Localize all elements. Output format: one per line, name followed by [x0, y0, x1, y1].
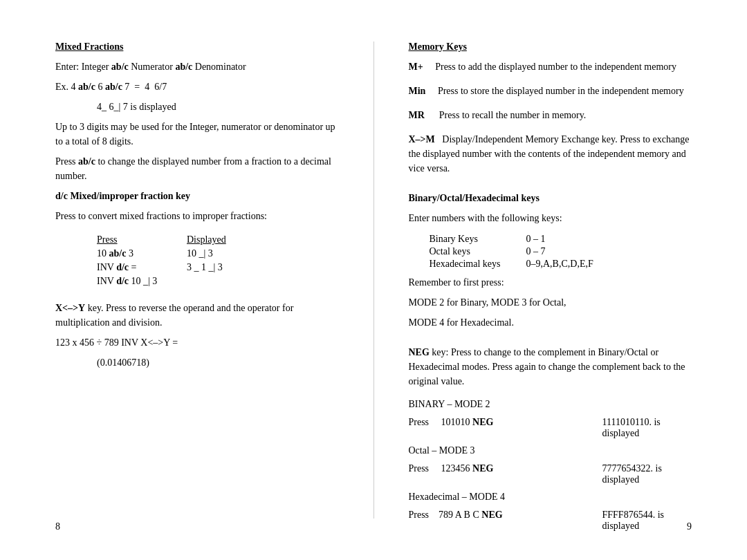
binary-press-col: Press 101010 NEG: [409, 417, 602, 428]
displayed-header: Displayed: [187, 234, 297, 245]
press-abc-para: Press ab/c to change the displayed numbe…: [55, 154, 339, 183]
fractions-table: Press Displayed 10 ab/c 3 10 _| 3 INV d/…: [97, 234, 339, 287]
binary-keys-range: 0 – 1: [526, 234, 596, 245]
xxy-key: X<–>Y: [55, 303, 85, 313]
mode-line1: MODE 2 for Binary, MODE 3 for Octal,: [409, 295, 692, 310]
left-column: Mixed Fractions Enter: Integer ab/c Nume…: [55, 41, 339, 519]
ab-c-1: ab/c: [111, 62, 129, 72]
xxy-example: 123 x 456 ÷ 789 INV X<–>Y =: [55, 335, 339, 350]
press-convert-para: Press to convert mixed fractions to impr…: [55, 209, 339, 223]
hex-keys-range: 0–9,A,B,C,D,E,F: [526, 259, 596, 270]
page-num-left: 8: [55, 521, 60, 532]
row2-displayed: 3 _ 1 _| 3: [187, 262, 297, 273]
mr-para: MR Press to recall the number in memory.: [409, 108, 692, 122]
mp-key: M+: [409, 62, 423, 72]
ab-c-3: ab/c: [78, 82, 95, 92]
binary-intro: Enter numbers with the following keys:: [409, 211, 692, 225]
octal-keys-label: Octal keys: [430, 246, 526, 257]
hex-result: FFFF876544. is displayed: [602, 510, 692, 532]
mixed-fractions-title: Mixed Fractions: [55, 41, 339, 53]
press-header: Press: [97, 234, 187, 245]
dc-subtitle: d/c Mixed/improper fraction key: [55, 189, 339, 203]
mp-para: M+ Press to add the displayed number to …: [409, 59, 692, 74]
column-divider: [374, 41, 374, 519]
min-para: Min Press to store the displayed number …: [409, 84, 692, 98]
mode-line2: MODE 4 for Hexadecimal.: [409, 315, 692, 330]
xm-para: X–>M Display/Independent Memory Exchange…: [409, 132, 692, 176]
hex-neg-key: NEG: [481, 510, 502, 520]
hex-mode-label: Hexadecimal – MODE 4: [409, 489, 692, 504]
octal-press-col: Press 123456 NEG: [409, 463, 602, 474]
binary-result: 1111010110. is displayed: [602, 417, 692, 439]
octal-result: 7777654322. is displayed: [602, 463, 692, 485]
remember-para: Remember to first press:: [409, 275, 692, 290]
hex-press-col: Press 789 A B C NEG: [409, 510, 602, 521]
neg-table: BINARY – MODE 2 Press 101010 NEG 1111010…: [409, 397, 692, 534]
keys-table: Binary Keys 0 – 1 Octal keys 0 – 7 Hexad…: [430, 234, 692, 270]
octal-neg-key: NEG: [472, 463, 493, 474]
binary-keys-label: Binary Keys: [430, 234, 526, 245]
displayed-para: 4_ 6_| 7 is displayed: [97, 100, 339, 114]
row1-displayed: 10 _| 3: [187, 248, 297, 259]
mr-key: MR: [409, 110, 425, 120]
binary-neg-key: NEG: [472, 417, 493, 427]
binary-neg-row: Press 101010 NEG 1111010110. is displaye…: [409, 417, 692, 439]
binary-mode-label: BINARY – MODE 2: [409, 397, 692, 411]
right-column: Memory Keys M+ Press to add the displaye…: [409, 41, 692, 519]
ab-c-5: ab/c: [78, 156, 95, 167]
row2-press: INV d/c =: [97, 262, 187, 273]
enter-para: Enter: Integer ab/c Numerator ab/c Denom…: [55, 59, 339, 74]
row3-press: INV d/c 10 _| 3: [97, 276, 187, 287]
hex-neg-row: Press 789 A B C NEG FFFF876544. is displ…: [409, 510, 692, 532]
memory-keys-title: Memory Keys: [409, 41, 692, 53]
octal-keys-range: 0 – 7: [526, 246, 596, 257]
hex-keys-label: Hexadecimal keys: [430, 259, 526, 270]
xxy-para: X<–>Y key. Press to reverse the operand …: [55, 301, 339, 330]
example-para: Ex. 4 ab/c 6 ab/c 7 = 4 6/7: [55, 80, 339, 94]
page-num-right: 9: [687, 521, 692, 532]
row1-press: 10 ab/c 3: [97, 248, 187, 259]
xxy-result: (0.01406718): [97, 355, 339, 370]
xm-key: X–>M: [409, 134, 435, 144]
octal-mode-label: Octal – MODE 3: [409, 443, 692, 458]
neg-intro: NEG key: Press to change to the compleme…: [409, 345, 692, 389]
digits-para: Up to 3 digits may be used for the Integ…: [55, 120, 339, 149]
binary-title: Binary/Octal/Hexadecimal keys: [409, 191, 692, 205]
ab-c-2: ab/c: [175, 62, 192, 72]
octal-neg-row: Press 123456 NEG 7777654322. is displaye…: [409, 463, 692, 485]
page: Mixed Fractions Enter: Integer ab/c Nume…: [42, 21, 706, 539]
ab-c-4: ab/c: [105, 82, 122, 92]
row3-displayed: [187, 276, 297, 287]
neg-key-intro: NEG: [409, 347, 430, 357]
min-key: Min: [409, 86, 426, 96]
